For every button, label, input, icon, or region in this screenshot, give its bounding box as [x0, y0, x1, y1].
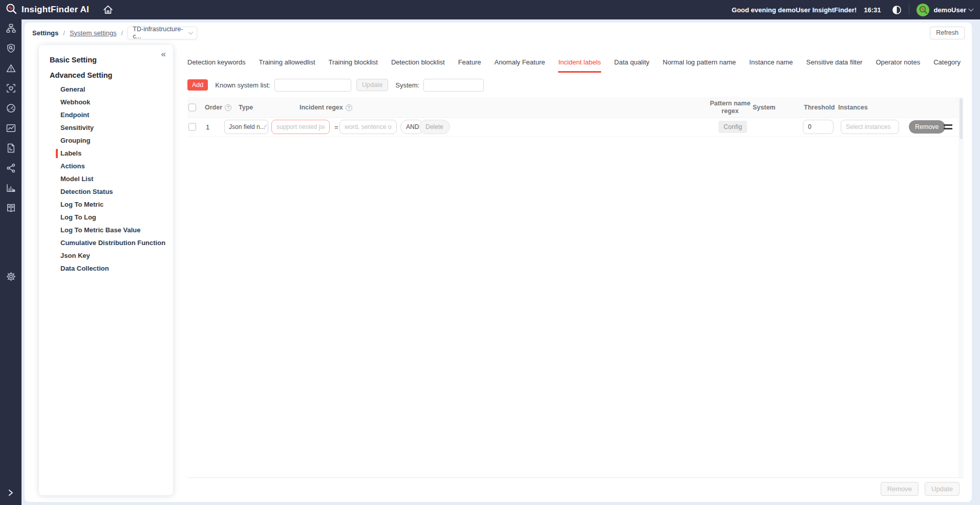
- nav-item-labels[interactable]: Labels: [39, 147, 173, 160]
- instances-select[interactable]: [841, 120, 899, 134]
- nav-item-data-collection[interactable]: Data Collection: [39, 262, 173, 275]
- insightfinder-logo-icon: [5, 3, 17, 17]
- home-icon[interactable]: [102, 4, 114, 15]
- tab-detection-keywords[interactable]: Detection keywords: [187, 58, 245, 73]
- row-order: 1: [206, 123, 209, 131]
- nav-item-json-key[interactable]: Json Key: [39, 249, 173, 262]
- nav-item-cumulative-distribution-function[interactable]: Cumulative Distribution Function: [39, 236, 173, 249]
- greeting-text: Good evening demoUser InsightFinder!: [732, 6, 857, 14]
- table-scrollbar-thumb[interactable]: [960, 98, 963, 139]
- collapse-panel-icon[interactable]: «: [161, 49, 166, 59]
- alert-triangle-icon[interactable]: [5, 62, 17, 74]
- col-incident-regex: Incident regex: [300, 104, 343, 111]
- regex-value-input[interactable]: [339, 120, 397, 134]
- breadcrumb-settings: Settings: [32, 29, 58, 37]
- col-pattern-name-regex: Pattern name regex: [709, 97, 752, 118]
- nav-item-endpoint[interactable]: Endpoint: [39, 108, 173, 121]
- tab-detection-blocklist[interactable]: Detection blocklist: [391, 58, 445, 73]
- threshold-input[interactable]: [803, 120, 834, 134]
- nav-basic-setting[interactable]: Basic Setting: [39, 52, 173, 68]
- tab-normal-log-pattern-name[interactable]: Normal log pattern name: [663, 58, 736, 73]
- delete-button[interactable]: Delete: [419, 120, 450, 134]
- report-stats-icon[interactable]: [5, 182, 17, 193]
- col-type: Type: [239, 97, 253, 118]
- tab-anomaly-feature[interactable]: Anomaly Feature: [494, 58, 545, 73]
- project-select[interactable]: TD-infrastructure-c...: [127, 27, 197, 39]
- footer-remove-button[interactable]: Remove: [881, 482, 919, 496]
- known-system-list-label: Known system list:: [215, 81, 270, 89]
- tab-instance-name[interactable]: Instance name: [749, 58, 793, 73]
- shield-search-icon[interactable]: [5, 42, 17, 54]
- system-input[interactable]: [423, 79, 484, 92]
- incident-labels-table: Order ? Type Incident regex ? Pattern na…: [187, 97, 964, 478]
- topbar-right: Good evening demoUser InsightFinder! 16:…: [732, 4, 980, 16]
- tab-training-allowedlist[interactable]: Training allowedlist: [259, 58, 315, 73]
- nav-item-log-to-metric[interactable]: Log To Metric: [39, 198, 173, 211]
- breadcrumb-system-settings-link[interactable]: System settings: [70, 29, 117, 37]
- type-select[interactable]: Json field n...: [224, 120, 268, 134]
- nav-item-actions[interactable]: Actions: [39, 160, 173, 172]
- contrast-theme-icon[interactable]: [892, 5, 902, 15]
- clock: 16:31: [864, 6, 881, 14]
- settings-nav-panel: « Basic Setting Advanced Setting General…: [39, 45, 173, 495]
- expand-chevron-icon[interactable]: [7, 489, 14, 499]
- avatar[interactable]: [917, 4, 929, 16]
- project-hierarchy-icon[interactable]: [5, 23, 17, 34]
- tab-incident-labels[interactable]: Incident labels: [558, 58, 601, 73]
- known-system-update-button[interactable]: Update: [356, 79, 388, 91]
- capacity-scan-icon[interactable]: [5, 82, 17, 94]
- col-threshold: Threshold: [804, 97, 835, 118]
- nav-item-detection-status[interactable]: Detection Status: [39, 185, 173, 198]
- incident-regex-help-icon[interactable]: ?: [346, 104, 352, 111]
- nav-item-model-list[interactable]: Model List: [39, 172, 173, 185]
- table-footer-actions: Remove Update: [881, 482, 960, 496]
- user-name[interactable]: demoUser: [933, 6, 966, 14]
- row-checkbox[interactable]: [188, 123, 196, 131]
- tab-operator-notes[interactable]: Operator notes: [876, 58, 920, 73]
- nav-item-general[interactable]: General: [39, 83, 173, 96]
- tab-category[interactable]: Category: [933, 58, 961, 73]
- type-select-value: Json field n...: [229, 123, 265, 130]
- footer-update-button[interactable]: Update: [925, 482, 960, 496]
- add-button[interactable]: Add: [187, 79, 208, 91]
- tab-training-blocklist[interactable]: Training blocklist: [329, 58, 378, 73]
- col-instances: Instances: [838, 97, 868, 118]
- breadcrumb-separator: /: [121, 29, 123, 37]
- col-order: Order: [205, 104, 222, 111]
- nav-item-webhook[interactable]: Webhook: [39, 96, 173, 108]
- tab-data-quality[interactable]: Data quality: [614, 58, 650, 73]
- drag-handle-icon[interactable]: [944, 124, 952, 129]
- knowledge-book-icon[interactable]: [5, 202, 17, 213]
- table-row: 1 Json field n... = AND Delete Config Re…: [187, 118, 964, 137]
- refresh-button[interactable]: Refresh: [930, 27, 965, 39]
- user-chevron-down-icon[interactable]: [969, 7, 974, 12]
- breadcrumb: Settings / System settings / TD-infrastr…: [32, 25, 965, 41]
- nav-item-log-to-metric-base-value[interactable]: Log To Metric Base Value: [39, 224, 173, 236]
- log-file-icon[interactable]: [5, 142, 17, 153]
- known-system-list-input[interactable]: [274, 79, 351, 92]
- brand[interactable]: InsightFinder AI: [0, 3, 89, 17]
- nav-item-sensitivity[interactable]: Sensitivity: [39, 121, 173, 134]
- config-button[interactable]: Config: [718, 121, 747, 133]
- top-bar: InsightFinder AI Good evening demoUser I…: [0, 0, 980, 19]
- active-indicator: [56, 149, 58, 158]
- settings-tab-bar: Detection keywords Training allowedlist …: [187, 58, 962, 73]
- nav-item-grouping[interactable]: Grouping: [39, 134, 173, 147]
- nav-advanced-setting[interactable]: Advanced Setting: [39, 68, 173, 83]
- table-scrollbar: [958, 97, 964, 477]
- nav-item-log-to-log[interactable]: Log To Log: [39, 211, 173, 224]
- main-content-card: Settings / System settings / TD-infrastr…: [25, 23, 972, 502]
- settings-gear-icon[interactable]: [5, 271, 17, 282]
- breadcrumb-separator: /: [63, 29, 65, 37]
- incident-regex-input[interactable]: [271, 120, 330, 134]
- tab-feature[interactable]: Feature: [458, 58, 481, 73]
- tab-sensitive-data-filter[interactable]: Sensitive data filter: [806, 58, 863, 73]
- metric-chart-icon[interactable]: [5, 122, 17, 134]
- topology-share-icon[interactable]: [5, 162, 17, 173]
- remove-row-button[interactable]: Remove: [909, 120, 945, 134]
- labels-toolbar: Add Known system list: Update System:: [187, 78, 484, 92]
- dashboard-gauge-icon[interactable]: [5, 102, 17, 114]
- order-help-icon[interactable]: ?: [225, 104, 231, 111]
- divider: [909, 5, 909, 15]
- select-all-checkbox[interactable]: [188, 103, 196, 111]
